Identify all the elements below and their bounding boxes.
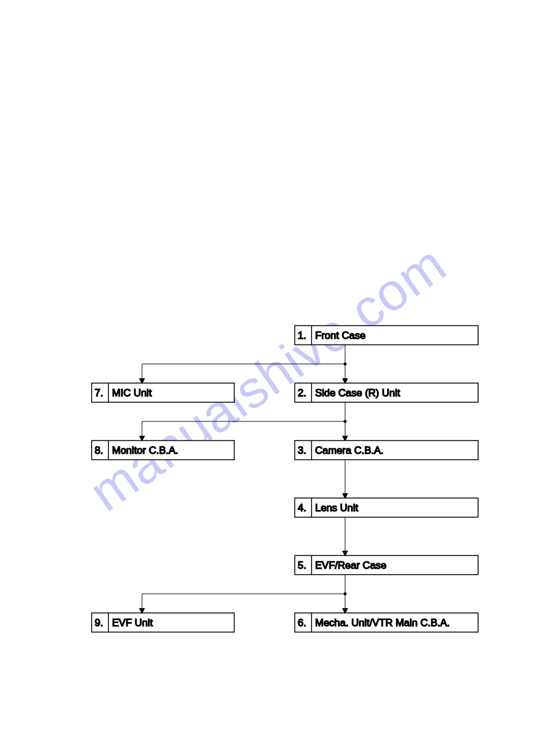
- node-label: EVF Unit: [112, 617, 153, 629]
- node-label: MIC Unit: [112, 387, 152, 399]
- node-mecha-unit-vtr-main-cba: 6. Mecha. Unit/VTR Main C.B.A.: [295, 613, 478, 632]
- node-monitor-cba: 8. Monitor C.B.A.: [92, 441, 234, 460]
- node-number: 9.: [95, 617, 103, 629]
- node-number: 6.: [298, 617, 306, 629]
- node-evf-rear-case: 5. EVF/Rear Case: [295, 555, 478, 575]
- node-label: Side Case (R) Unit: [315, 387, 400, 399]
- node-number: 4.: [298, 502, 306, 514]
- node-number: 7.: [95, 387, 103, 399]
- node-mic-unit: 7. MIC Unit: [92, 383, 234, 402]
- node-number: 1.: [298, 330, 306, 341]
- node-label: Camera C.B.A.: [315, 445, 383, 456]
- node-side-case-r-unit: 2. Side Case (R) Unit: [295, 383, 478, 402]
- node-number: 3.: [298, 445, 306, 456]
- node-front-case: 1. Front Case: [295, 326, 478, 345]
- node-number: 8.: [95, 445, 103, 456]
- node-label: Front Case: [315, 330, 365, 341]
- node-lens-unit: 4. Lens Unit: [295, 498, 478, 517]
- node-label: Mecha. Unit/VTR Main C.B.A.: [315, 617, 450, 629]
- node-evf-unit: 9. EVF Unit: [92, 613, 234, 632]
- node-label: Lens Unit: [315, 502, 358, 514]
- node-label: Monitor C.B.A.: [112, 445, 179, 456]
- flowchart-svg: 1. Front Case 2. Side Case (R) Unit 3. C…: [0, 0, 535, 756]
- node-number: 5.: [298, 560, 306, 571]
- node-number: 2.: [298, 387, 306, 399]
- page: manualshive.com: [0, 0, 535, 756]
- node-label: EVF/Rear Case: [315, 560, 386, 571]
- node-camera-cba: 3. Camera C.B.A.: [295, 441, 478, 460]
